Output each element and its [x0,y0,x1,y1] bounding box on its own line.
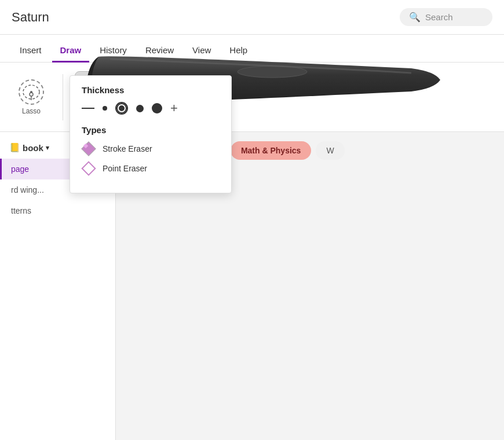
menu-item-review[interactable]: Review [137,39,182,63]
stroke-eraser-icon [82,142,96,156]
menu-item-help[interactable]: Help [221,39,255,63]
notebook-label: book [23,143,43,153]
lasso-label: Lasso [22,107,41,115]
point-eraser-label: Point Eraser [103,164,147,173]
thickness-title: Thickness [82,85,220,95]
lasso-icon [19,79,44,105]
stroke-eraser-option[interactable]: Stroke Eraser [82,142,220,156]
stroke-eraser-label: Stroke Eraser [103,144,152,153]
thickness-add-icon[interactable]: + [170,102,178,115]
thickness-option-5[interactable] [152,103,162,113]
point-eraser-option[interactable]: Point Eraser [82,162,220,175]
toolbar-divider [63,74,63,120]
thickness-popup: Thickness + Types Stroke Eraser Point Er… [70,75,232,193]
title-bar-left: Saturn [12,10,49,25]
lasso-svg [21,82,42,102]
point-eraser-icon [82,162,96,175]
tab-math-physics[interactable]: Math & Physics [231,141,311,160]
svg-point-3 [30,91,32,93]
search-icon: 🔍 [409,12,421,23]
thickness-option-3[interactable] [115,102,128,115]
search-box[interactable]: 🔍 Search [400,8,492,26]
types-title: Types [82,125,220,135]
tab-w[interactable]: W [316,141,344,160]
app-title: Saturn [12,10,49,25]
thickness-option-1[interactable] [82,108,94,109]
menu-item-draw[interactable]: Draw [52,39,90,63]
thickness-option-3-inner [119,105,125,111]
lasso-tool[interactable]: Lasso [12,75,51,120]
thickness-options: + [82,102,220,115]
menu-item-insert[interactable]: Insert [12,39,50,63]
notebook-icon: 📒 [9,142,20,153]
notebook-chevron-icon: ▾ [46,144,49,152]
menu-item-view[interactable]: View [184,39,219,63]
thickness-option-2[interactable] [103,106,107,111]
search-text: Search [425,12,453,22]
menu-item-history[interactable]: History [92,39,135,63]
thickness-option-4[interactable] [136,105,144,112]
title-bar: Saturn 🔍 Search [0,0,504,35]
sidebar-item-tterns[interactable]: tterns [0,200,115,221]
menu-bar: Insert Draw History Review View Help [0,35,504,63]
